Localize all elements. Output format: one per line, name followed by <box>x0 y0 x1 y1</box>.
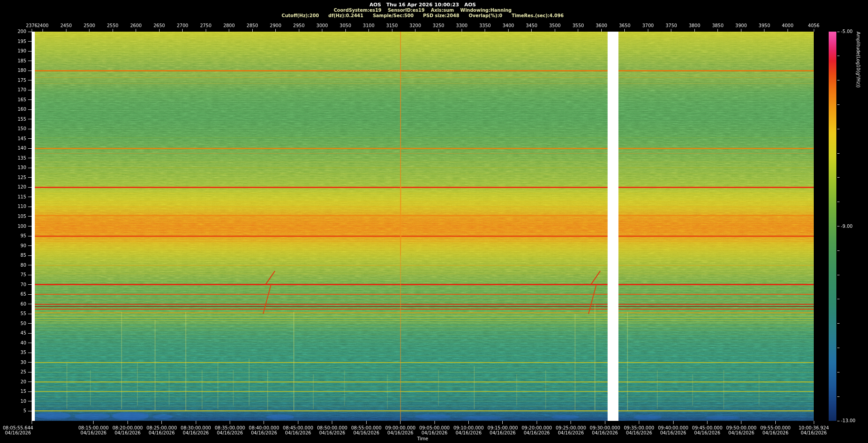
frequency-axis-label: 15 <box>12 389 26 394</box>
time-axis-tick <box>673 421 674 424</box>
frequency-axis-tick <box>28 353 32 353</box>
time-value: 09:20:00.000 <box>522 425 552 430</box>
time-axis-tick <box>196 421 196 424</box>
time-axis-tick <box>93 421 94 424</box>
record-axis-label: 3650 <box>619 23 630 28</box>
record-axis-label: 2700 <box>177 23 188 28</box>
time-value: 09:55:00.000 <box>760 425 791 430</box>
record-axis-label: 2850 <box>246 23 258 28</box>
frequency-axis-label: 10 <box>12 399 26 404</box>
frequency-axis-label: 45 <box>12 330 26 335</box>
time-axis-tick <box>741 421 741 424</box>
time-axis-tick <box>605 421 605 424</box>
colorbar-tick <box>837 348 840 348</box>
colorbar-tick <box>837 177 840 178</box>
colorbar-tick-label: -9.00 <box>841 224 853 229</box>
frequency-axis-label: 85 <box>12 253 26 258</box>
frequency-axis-tick <box>28 372 32 372</box>
time-value: 09:50:00.000 <box>726 425 756 430</box>
record-axis-label: 3050 <box>340 23 351 28</box>
frequency-axis-tick <box>28 255 32 256</box>
time-axis-label: 09:05:00.00004/16/2026 <box>419 425 449 435</box>
record-axis-label: 3350 <box>479 23 491 28</box>
frequency-axis-label: 200 <box>12 29 26 34</box>
time-axis-tick <box>332 421 332 424</box>
frequency-axis-label: 60 <box>12 302 26 306</box>
aos-app: { "header": { "title": "AOS Thu 16 Apr 2… <box>0 0 868 443</box>
frequency-axis-label: 70 <box>12 282 26 287</box>
data-gap <box>32 32 35 421</box>
record-axis-label: 3400 <box>503 23 514 28</box>
time-axis-title: Time <box>417 436 428 441</box>
colorbar-tick-label: -13.00 <box>841 418 855 423</box>
date-value: 04/16/2026 <box>146 430 177 435</box>
date-value: 04/16/2026 <box>487 430 518 435</box>
record-axis-label: 2376 <box>26 23 37 28</box>
frequency-axis-label: 50 <box>12 321 26 326</box>
frequency-axis-tick <box>28 32 32 32</box>
colorbar-tick <box>837 396 840 397</box>
frequency-axis-label: 100 <box>12 224 26 229</box>
config-line-sensor: CoordSystem:es19 SensorID:es19 Axis:sum … <box>32 8 814 13</box>
record-axis-label: 2900 <box>270 23 281 28</box>
colorbar-tick <box>837 80 840 80</box>
frequency-axis-tick <box>28 99 32 100</box>
time-value: 09:40:00.000 <box>658 425 688 430</box>
frequency-axis-tick <box>28 294 32 295</box>
time-value: 08:25:00.000 <box>146 425 177 430</box>
time-value: 08:30:00.000 <box>181 425 211 430</box>
time-axis-label: 08:05:55.64404/16/2026 <box>3 425 33 435</box>
time-axis-label: 09:25:00.00004/16/2026 <box>556 425 586 435</box>
data-gap <box>608 32 618 421</box>
time-axis-tick <box>264 421 264 424</box>
time-axis-tick <box>707 421 708 424</box>
frequency-axis-label: 35 <box>12 350 26 355</box>
frequency-axis-label: 170 <box>12 87 26 92</box>
app-title: AOS Thu 16 Apr 2026 10:00:23 AOS <box>32 2 814 8</box>
colorbar-tick <box>837 153 840 154</box>
record-axis-label: 3600 <box>596 23 607 28</box>
time-value: 09:10:00.000 <box>453 425 484 430</box>
record-axis-label: 4056 <box>808 23 819 28</box>
time-value: 10:00:36.924 <box>798 425 829 430</box>
frequency-axis-label: 150 <box>12 126 26 131</box>
colorbar-tick <box>837 129 840 129</box>
record-axis-label: 3250 <box>433 23 444 28</box>
frequency-axis-tick <box>28 323 32 324</box>
time-axis-tick <box>775 421 776 424</box>
frequency-axis-label: 165 <box>12 97 26 102</box>
time-axis-tick <box>571 421 571 424</box>
aos-spectrogram-window: AOS Thu 16 Apr 2026 10:00:23 AOS CoordSy… <box>0 0 868 443</box>
time-axis-tick <box>537 421 537 424</box>
frequency-axis-label: 25 <box>12 369 26 374</box>
frequency-axis-tick <box>28 284 32 285</box>
frequency-axis-tick <box>28 197 32 197</box>
time-axis-tick <box>814 421 814 424</box>
time-axis-tick <box>434 421 435 424</box>
time-value: 08:15:00.000 <box>78 425 108 430</box>
time-axis-label: 09:40:00.00004/16/2026 <box>658 425 688 435</box>
time-axis-tick <box>468 421 469 424</box>
time-axis-label: 09:00:00.00004/16/2026 <box>385 425 415 435</box>
frequency-axis-label: 180 <box>12 68 26 73</box>
date-value: 04/16/2026 <box>385 430 415 435</box>
time-axis-tick <box>32 421 32 424</box>
frequency-axis-tick <box>28 51 32 52</box>
frequency-axis-tick <box>28 207 32 207</box>
date-value: 04/16/2026 <box>419 430 449 435</box>
frequency-axis-label: 110 <box>12 204 26 209</box>
frequency-axis-label: 130 <box>12 165 26 170</box>
frequency-axis-label: 195 <box>12 39 26 44</box>
frequency-axis-label: 40 <box>12 340 26 345</box>
frequency-axis-label: 175 <box>12 78 26 83</box>
record-axis-label: 3950 <box>759 23 770 28</box>
record-axis-label: 3700 <box>642 23 654 28</box>
date-value: 04/16/2026 <box>522 430 552 435</box>
date-value: 04/16/2026 <box>624 430 654 435</box>
date-value: 04/16/2026 <box>590 430 620 435</box>
time-axis-tick <box>366 421 367 424</box>
date-value: 04/16/2026 <box>726 430 756 435</box>
date-value: 04/16/2026 <box>181 430 211 435</box>
time-axis-tick <box>639 421 639 424</box>
spectrogram-plot[interactable] <box>32 32 814 421</box>
